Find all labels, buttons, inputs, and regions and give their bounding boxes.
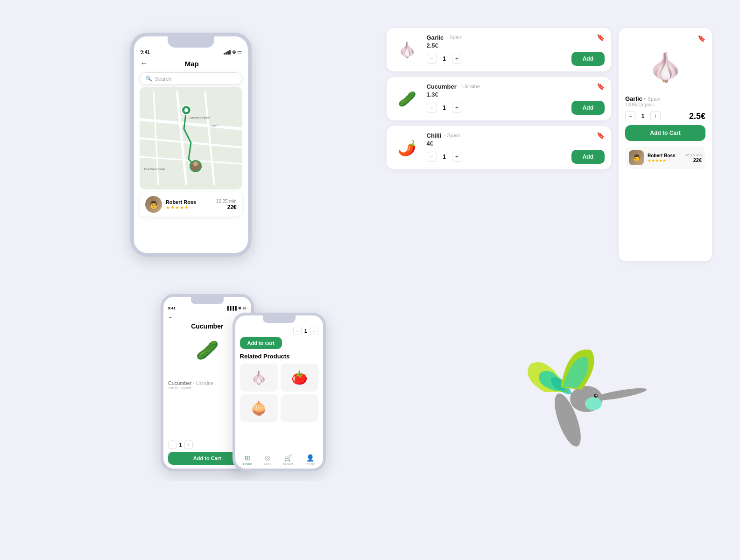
driver-name: Robert Ross [166,199,212,205]
phone2-content: − 1 + Add to cart Related Products 🧄 🍅 🧅 [235,325,323,424]
garlic-controls: − 1 + Add [427,52,605,66]
detail-header: 🔖 [625,35,705,42]
phone-notch [168,36,214,48]
wifi-icon: ⊛ [232,49,236,55]
related-item-onion[interactable]: 🧅 [240,394,278,422]
nav-basket-label: Basket [283,462,293,466]
chilli-bookmark[interactable]: 🔖 [597,132,605,139]
product-card-cucumber: 🥒 Cucumber · Ukraine 🔖 1.3€ − 1 + [387,77,612,120]
mini-driver-meta: 10:25 min 22€ [685,153,702,163]
add-to-cart-button[interactable]: Add to Cart [625,125,705,141]
phone2-top-area: − 1 + Add to cart Related Products 🧄 🍅 🧅 [235,315,323,424]
phone1-status-icons: ▐▐▐▐ ⊛ ▭ [226,306,247,310]
phone2-add-cart-button[interactable]: Add to cart [240,337,282,349]
phone1-back[interactable]: ← [168,314,174,321]
phone-time: 9:41 [141,49,150,55]
product-list: 🧄 Garlic · Spain 🔖 2.5€ − 1 + Ad [387,28,612,261]
product-image-garlic: 🧄 [393,36,421,64]
mini-driver-name: Robert Ross [648,153,682,158]
product-card-chilli: 🌶️ Chilli · Spain 🔖 4€ − 1 + Add [387,126,612,169]
phone2-plus[interactable]: + [310,327,318,335]
detail-organic: 100% Organic [625,102,705,107]
cucumber-name: Cucumber [427,83,457,90]
cucumber-origin: · Ukraine [459,84,480,89]
product-name-row-chilli: Chilli · Spain [427,132,460,139]
detail-qty: 1 [639,113,647,119]
chilli-name: Chilli [427,132,442,139]
phone-related-products: − 1 + Add to cart Related Products 🧄 🍅 🧅 [233,313,326,471]
phone-frame-map: 9:41 ⊛ ▭ ← Map 🔍 [130,33,252,257]
detail-product-image: 🧄 [642,44,689,91]
svg-text:Complexe Sportif: Complexe Sportif [189,116,210,119]
garlic-add-button[interactable]: Add [571,52,605,66]
driver-price: 22€ [216,204,237,210]
cucumber-price: 1.3€ [427,91,605,98]
garlic-bookmark[interactable]: 🔖 [597,34,605,41]
garlic-plus[interactable]: + [452,54,462,64]
basket-icon: 🛒 [284,454,292,462]
driver-avatar: 👨 [145,196,162,213]
search-placeholder: Search [155,76,171,82]
logo-panel [377,285,722,481]
phone2-notch [263,315,296,323]
phone2-minus[interactable]: − [293,327,302,335]
phone1-minus[interactable]: − [168,441,176,449]
battery-icon: ▭ [237,49,241,55]
cucumber-plus[interactable]: + [452,103,462,113]
chilli-plus[interactable]: + [452,152,462,162]
map-area[interactable]: Complexe Sportif Rue P. Rue Paul Prunet [140,87,242,189]
cucumber-minus[interactable]: − [427,103,437,113]
phone1-battery: ▭ [243,306,247,310]
map-title: Map [152,60,232,68]
search-bar[interactable]: 🔍 Search [140,72,242,85]
related-item-tomato[interactable]: 🍅 [281,364,318,392]
chilli-controls: − 1 + Add [427,150,605,164]
detail-minus[interactable]: − [625,111,635,121]
product-panel: 🧄 Garlic · Spain 🔖 2.5€ − 1 + Ad [377,19,722,271]
driver-info: Robert Ross ★★★★★ [166,199,212,210]
svg-point-13 [193,161,198,166]
chilli-price: 4€ [427,140,605,147]
product-image-chilli: 🌶️ [393,134,421,162]
detail-bookmark[interactable]: 🔖 [698,35,705,42]
signal-icon [224,50,231,55]
status-icons: ⊛ ▭ [224,49,241,55]
bottom-nav: ⊞ Home ◎ Map 🛒 Basket 👤 Profile [235,451,323,469]
cucumber-add-button[interactable]: Add [571,101,605,115]
related-item-empty [281,394,318,422]
map-nav-icon: ◎ [265,454,270,462]
garlic-name: Garlic [427,34,444,41]
nav-home[interactable]: ⊞ Home [243,454,252,466]
driver-time: 10:25 min [216,199,237,204]
related-products-title: Related Products [240,353,318,360]
mini-driver-avatar: 👨 [629,150,644,165]
driver-meta: 10:25 min 22€ [216,199,237,210]
phone2-qty: 1 [304,329,307,334]
related-item-garlic[interactable]: 🧄 [240,364,278,392]
back-button[interactable]: ← [141,59,148,68]
detail-qty-row: − 1 + 2.5€ [625,111,705,121]
bottom-left-panel: 9:41 ▐▐▐▐ ⊛ ▭ ← 🔖 Cucumber 🥒 1.3€ [19,285,363,481]
product-card-garlic: 🧄 Garlic · Spain 🔖 2.5€ − 1 + Ad [387,28,612,71]
nav-home-label: Home [243,462,252,466]
phone1-qty: 1 [179,442,182,448]
chilli-add-button[interactable]: Add [571,150,605,164]
cucumber-bookmark[interactable]: 🔖 [597,83,605,90]
nav-basket[interactable]: 🛒 Basket [283,454,293,466]
nav-profile[interactable]: 👤 Profile [305,454,315,466]
detail-price: 2.5€ [689,112,705,121]
garlic-origin: · Spain [446,35,462,40]
nav-profile-label: Profile [305,462,315,466]
map-header: ← Map [134,56,248,70]
detail-plus[interactable]: + [650,111,661,121]
garlic-price: 2.5€ [427,42,605,49]
svg-point-19 [596,395,597,396]
nav-map[interactable]: ◎ Map [264,454,271,466]
hummingbird-svg [474,317,661,467]
phone1-plus[interactable]: + [184,441,193,449]
svg-point-8 [184,108,188,112]
svg-point-17 [585,397,602,410]
chilli-origin: · Spain [444,133,460,138]
garlic-minus[interactable]: − [427,54,437,64]
chilli-minus[interactable]: − [427,152,437,162]
